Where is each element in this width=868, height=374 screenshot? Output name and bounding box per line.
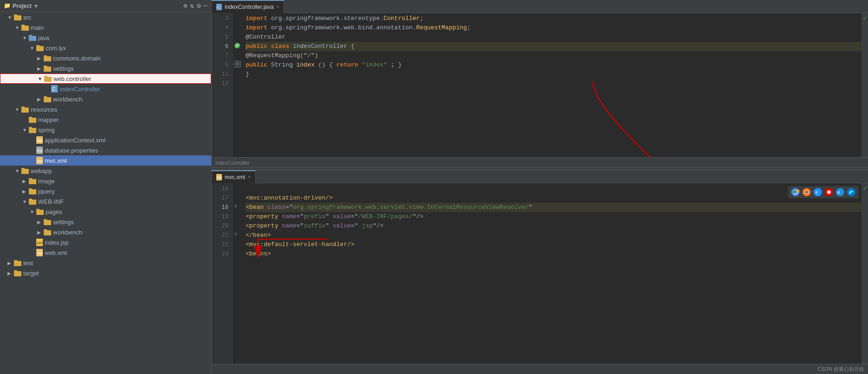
tree-label-jquery: jquery xyxy=(38,188,54,195)
tab-indexcontroller[interactable]: C indexController.java × xyxy=(212,0,284,13)
minimize-icon[interactable]: — xyxy=(204,2,207,10)
gutter-7 xyxy=(233,50,242,60)
sidebar-dropdown[interactable]: ▼ xyxy=(33,3,39,9)
browser3-icon[interactable]: e xyxy=(813,187,822,197)
code-line-23: <beans> xyxy=(246,249,861,259)
tree-item-test[interactable]: ▶ test xyxy=(0,258,211,268)
tab-label-mvcxml: mvc.xml xyxy=(225,174,245,180)
svg-rect-21 xyxy=(29,117,32,119)
ln-3: 3 xyxy=(212,14,232,23)
sort-icon[interactable]: ⇅ xyxy=(190,2,194,10)
tree-item-pages[interactable]: ▼ pages xyxy=(0,207,211,217)
tree-item-workbench2[interactable]: ▶ workbench xyxy=(0,227,211,237)
lower-code-lines[interactable]: <mvc:annotation-driven/> <bean class="or… xyxy=(242,183,861,364)
folder-icon-web-controller xyxy=(44,75,52,82)
tree-item-indexjsp[interactable]: ▶ JSP index.jsp xyxy=(0,237,211,247)
gutter-5 xyxy=(233,32,242,41)
lg-23 xyxy=(233,248,242,258)
ln-22: 22 xyxy=(212,240,232,249)
tree-label-commons-domain: commons.domain xyxy=(53,55,101,62)
ln-23: 23 xyxy=(212,249,232,259)
right-margin-upper: ✓ xyxy=(861,13,868,157)
chevron-java: ▼ xyxy=(22,35,28,40)
lower-code-scroll[interactable]: 16 17 18 19 20 21 22 23 xyxy=(212,183,868,364)
expand-btn-8[interactable]: + xyxy=(234,61,241,67)
tree-item-webinf[interactable]: ▼ WEB-INF xyxy=(0,196,211,207)
chevron-main: ▼ xyxy=(15,25,20,30)
gear-icon[interactable]: ⚙ xyxy=(197,2,200,10)
svg-text:e: e xyxy=(815,190,818,195)
tree-item-dbprops[interactable]: ▶ PRO database.properties xyxy=(0,145,211,155)
tree-item-java[interactable]: ▼ java xyxy=(0,33,211,43)
svg-rect-23 xyxy=(29,127,32,129)
code-line-19: <property name="prefix" value="/WEB-INF/… xyxy=(246,212,861,221)
tree-item-webapp[interactable]: ▼ webapp xyxy=(0,166,211,176)
fold-icon-21[interactable]: ▽ xyxy=(234,232,237,237)
svg-text:C: C xyxy=(217,5,220,9)
project-sidebar: 📁 Project ▼ ⊕ ⇅ ⚙ — ▼ src xyxy=(0,0,212,374)
ln-19: 19 xyxy=(212,212,232,221)
tab-close-indexcontroller[interactable]: × xyxy=(276,4,279,9)
tree-item-src[interactable]: ▼ src xyxy=(0,12,211,22)
tree-item-web-controller[interactable]: ▼ web.controller xyxy=(0,73,211,84)
upper-code-lines[interactable]: import org.springframework.stereotype.Co… xyxy=(242,13,861,157)
tree-item-webxml[interactable]: ▶ XML web.xml xyxy=(0,247,211,258)
tree-item-commons-domain[interactable]: ▶ commons.domain xyxy=(0,53,211,63)
fold-icon-18[interactable]: ▽ xyxy=(234,204,237,209)
code-line-16 xyxy=(246,184,861,194)
folder-icon-pages xyxy=(36,208,44,215)
tab-java-icon: C xyxy=(216,4,222,10)
upper-tab-bar: C indexController.java × xyxy=(212,0,868,13)
chevron-target: ▶ xyxy=(7,271,13,276)
tree-label-image: image xyxy=(38,178,54,185)
tree-item-settings[interactable]: ▶ settings xyxy=(0,63,211,73)
tree-item-target[interactable]: ▶ target xyxy=(0,268,211,278)
tree-item-indexcontroller[interactable]: ▶ C indexController xyxy=(0,84,211,94)
lower-line-numbers: 16 17 18 19 20 21 22 23 xyxy=(212,183,233,364)
tree-item-settings2[interactable]: ▶ settings xyxy=(0,217,211,227)
tree-item-main[interactable]: ▼ main xyxy=(0,22,211,33)
ln-6: 6 xyxy=(212,42,232,51)
svg-rect-11 xyxy=(44,66,47,67)
tree-label-com-lyx: com.lyx xyxy=(46,45,66,52)
ln-11: 11 xyxy=(212,70,232,79)
upper-breadcrumb: indexController xyxy=(212,157,868,167)
gutter-6 xyxy=(233,41,242,50)
chevron-commons-domain: ▶ xyxy=(37,56,43,61)
tree-item-jquery[interactable]: ▶ jquery xyxy=(0,186,211,196)
sync-icon[interactable]: ⊕ xyxy=(183,2,187,10)
tree-label-pages: pages xyxy=(46,208,62,215)
svg-rect-33 xyxy=(29,178,32,180)
tree-item-spring[interactable]: ▼ spring xyxy=(0,125,211,135)
tree-item-image[interactable]: ▶ image xyxy=(0,176,211,186)
lg-17 xyxy=(233,193,242,202)
svg-text:XML: XML xyxy=(37,159,43,163)
firefox-icon[interactable] xyxy=(802,187,811,197)
tree-item-mvcxml[interactable]: ▶ XML mvc.xml xyxy=(0,155,211,166)
tree-item-com-lyx[interactable]: ▼ com.lyx xyxy=(0,43,211,53)
svg-point-64 xyxy=(805,191,808,194)
tree-item-mapper[interactable]: ▶ mapper xyxy=(0,114,211,125)
svg-point-69 xyxy=(828,191,830,194)
svg-rect-1 xyxy=(14,14,17,16)
tree-label-resources: resources xyxy=(31,106,57,113)
tab-close-mvcxml[interactable]: × xyxy=(248,174,251,180)
tree-label-java: java xyxy=(38,34,49,41)
upper-code-scroll[interactable]: 3 4 5 6 7 8 11 12 xyxy=(212,13,868,157)
code-line-3: import org.springframework.stereotype.Co… xyxy=(246,14,861,23)
tree-item-resources[interactable]: ▼ resources xyxy=(0,104,211,114)
svg-rect-31 xyxy=(21,168,25,170)
tab-mvcxml[interactable]: XML mvc.xml × xyxy=(212,170,256,183)
chevron-webinf: ▼ xyxy=(22,199,28,204)
browser-icons-bar: e e xyxy=(788,186,859,198)
edge-icon[interactable] xyxy=(847,187,856,197)
chevron-spring: ▼ xyxy=(22,127,28,133)
ln-8: 8 xyxy=(212,60,232,70)
svg-rect-9 xyxy=(44,55,47,57)
chrome-icon[interactable] xyxy=(791,187,800,197)
tree-item-appcontext[interactable]: ▶ XML applicationContext.xml xyxy=(0,135,211,145)
tree-label-main: main xyxy=(31,24,44,31)
opera-icon[interactable] xyxy=(824,187,834,197)
ie-icon[interactable]: e xyxy=(835,187,845,197)
tree-item-workbench[interactable]: ▶ workbench xyxy=(0,94,211,104)
